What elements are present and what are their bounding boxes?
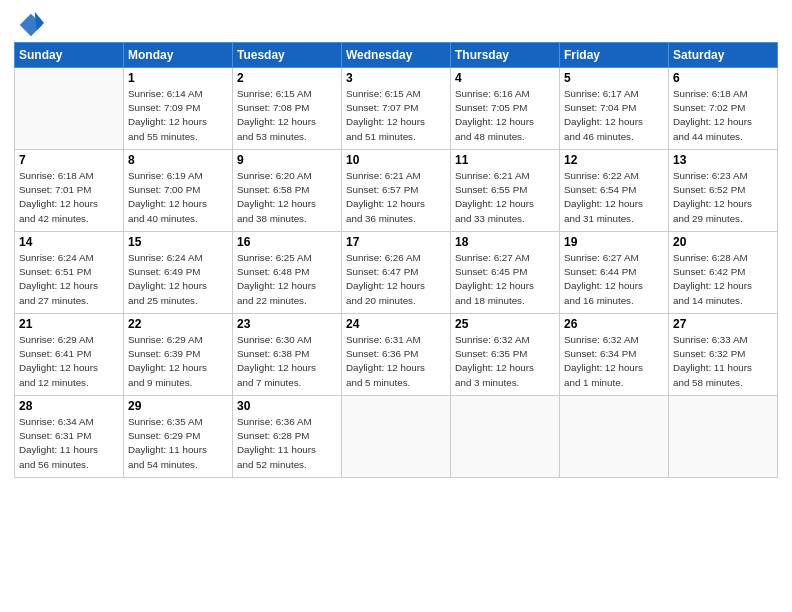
calendar-cell: 7Sunrise: 6:18 AMSunset: 7:01 PMDaylight… (15, 150, 124, 232)
logo (14, 10, 44, 34)
day-number: 25 (455, 317, 555, 331)
calendar-cell: 20Sunrise: 6:28 AMSunset: 6:42 PMDayligh… (669, 232, 778, 314)
day-info: Sunrise: 6:32 AMSunset: 6:35 PMDaylight:… (455, 333, 555, 390)
day-number: 1 (128, 71, 228, 85)
day-info: Sunrise: 6:23 AMSunset: 6:52 PMDaylight:… (673, 169, 773, 226)
day-info: Sunrise: 6:36 AMSunset: 6:28 PMDaylight:… (237, 415, 337, 472)
calendar-day-header: Monday (124, 43, 233, 68)
calendar-cell: 13Sunrise: 6:23 AMSunset: 6:52 PMDayligh… (669, 150, 778, 232)
calendar-cell: 25Sunrise: 6:32 AMSunset: 6:35 PMDayligh… (451, 314, 560, 396)
calendar-day-header: Friday (560, 43, 669, 68)
day-number: 29 (128, 399, 228, 413)
calendar-cell: 27Sunrise: 6:33 AMSunset: 6:32 PMDayligh… (669, 314, 778, 396)
day-number: 13 (673, 153, 773, 167)
day-info: Sunrise: 6:24 AMSunset: 6:51 PMDaylight:… (19, 251, 119, 308)
calendar-cell: 11Sunrise: 6:21 AMSunset: 6:55 PMDayligh… (451, 150, 560, 232)
calendar-day-header: Sunday (15, 43, 124, 68)
day-info: Sunrise: 6:21 AMSunset: 6:57 PMDaylight:… (346, 169, 446, 226)
day-info: Sunrise: 6:21 AMSunset: 6:55 PMDaylight:… (455, 169, 555, 226)
calendar-week-row: 21Sunrise: 6:29 AMSunset: 6:41 PMDayligh… (15, 314, 778, 396)
day-info: Sunrise: 6:29 AMSunset: 6:39 PMDaylight:… (128, 333, 228, 390)
day-info: Sunrise: 6:32 AMSunset: 6:34 PMDaylight:… (564, 333, 664, 390)
page-header (14, 10, 778, 34)
day-number: 23 (237, 317, 337, 331)
calendar-cell: 15Sunrise: 6:24 AMSunset: 6:49 PMDayligh… (124, 232, 233, 314)
calendar-cell: 19Sunrise: 6:27 AMSunset: 6:44 PMDayligh… (560, 232, 669, 314)
calendar-cell: 21Sunrise: 6:29 AMSunset: 6:41 PMDayligh… (15, 314, 124, 396)
calendar-week-row: 14Sunrise: 6:24 AMSunset: 6:51 PMDayligh… (15, 232, 778, 314)
calendar-cell: 24Sunrise: 6:31 AMSunset: 6:36 PMDayligh… (342, 314, 451, 396)
day-number: 21 (19, 317, 119, 331)
day-number: 11 (455, 153, 555, 167)
day-number: 16 (237, 235, 337, 249)
day-number: 19 (564, 235, 664, 249)
calendar-cell: 18Sunrise: 6:27 AMSunset: 6:45 PMDayligh… (451, 232, 560, 314)
calendar-cell (15, 68, 124, 150)
calendar-cell (451, 396, 560, 478)
day-number: 15 (128, 235, 228, 249)
calendar-cell: 29Sunrise: 6:35 AMSunset: 6:29 PMDayligh… (124, 396, 233, 478)
day-info: Sunrise: 6:17 AMSunset: 7:04 PMDaylight:… (564, 87, 664, 144)
calendar-cell: 22Sunrise: 6:29 AMSunset: 6:39 PMDayligh… (124, 314, 233, 396)
day-info: Sunrise: 6:14 AMSunset: 7:09 PMDaylight:… (128, 87, 228, 144)
day-info: Sunrise: 6:19 AMSunset: 7:00 PMDaylight:… (128, 169, 228, 226)
day-number: 30 (237, 399, 337, 413)
calendar-header-row: SundayMondayTuesdayWednesdayThursdayFrid… (15, 43, 778, 68)
day-number: 14 (19, 235, 119, 249)
day-info: Sunrise: 6:16 AMSunset: 7:05 PMDaylight:… (455, 87, 555, 144)
day-number: 8 (128, 153, 228, 167)
day-info: Sunrise: 6:33 AMSunset: 6:32 PMDaylight:… (673, 333, 773, 390)
calendar-cell: 6Sunrise: 6:18 AMSunset: 7:02 PMDaylight… (669, 68, 778, 150)
day-info: Sunrise: 6:22 AMSunset: 6:54 PMDaylight:… (564, 169, 664, 226)
calendar-cell: 14Sunrise: 6:24 AMSunset: 6:51 PMDayligh… (15, 232, 124, 314)
day-info: Sunrise: 6:20 AMSunset: 6:58 PMDaylight:… (237, 169, 337, 226)
calendar-table: SundayMondayTuesdayWednesdayThursdayFrid… (14, 42, 778, 478)
day-info: Sunrise: 6:15 AMSunset: 7:07 PMDaylight:… (346, 87, 446, 144)
day-number: 27 (673, 317, 773, 331)
day-number: 9 (237, 153, 337, 167)
day-info: Sunrise: 6:28 AMSunset: 6:42 PMDaylight:… (673, 251, 773, 308)
day-info: Sunrise: 6:34 AMSunset: 6:31 PMDaylight:… (19, 415, 119, 472)
day-info: Sunrise: 6:29 AMSunset: 6:41 PMDaylight:… (19, 333, 119, 390)
calendar-cell: 8Sunrise: 6:19 AMSunset: 7:00 PMDaylight… (124, 150, 233, 232)
calendar-cell: 12Sunrise: 6:22 AMSunset: 6:54 PMDayligh… (560, 150, 669, 232)
calendar-cell: 10Sunrise: 6:21 AMSunset: 6:57 PMDayligh… (342, 150, 451, 232)
calendar-cell: 3Sunrise: 6:15 AMSunset: 7:07 PMDaylight… (342, 68, 451, 150)
calendar-day-header: Thursday (451, 43, 560, 68)
calendar-week-row: 1Sunrise: 6:14 AMSunset: 7:09 PMDaylight… (15, 68, 778, 150)
day-info: Sunrise: 6:27 AMSunset: 6:45 PMDaylight:… (455, 251, 555, 308)
calendar-day-header: Saturday (669, 43, 778, 68)
day-number: 17 (346, 235, 446, 249)
calendar-week-row: 7Sunrise: 6:18 AMSunset: 7:01 PMDaylight… (15, 150, 778, 232)
day-info: Sunrise: 6:31 AMSunset: 6:36 PMDaylight:… (346, 333, 446, 390)
day-info: Sunrise: 6:30 AMSunset: 6:38 PMDaylight:… (237, 333, 337, 390)
day-number: 18 (455, 235, 555, 249)
calendar-week-row: 28Sunrise: 6:34 AMSunset: 6:31 PMDayligh… (15, 396, 778, 478)
day-number: 24 (346, 317, 446, 331)
day-number: 26 (564, 317, 664, 331)
day-info: Sunrise: 6:25 AMSunset: 6:48 PMDaylight:… (237, 251, 337, 308)
day-info: Sunrise: 6:18 AMSunset: 7:01 PMDaylight:… (19, 169, 119, 226)
day-number: 12 (564, 153, 664, 167)
day-number: 4 (455, 71, 555, 85)
day-info: Sunrise: 6:24 AMSunset: 6:49 PMDaylight:… (128, 251, 228, 308)
calendar-cell: 28Sunrise: 6:34 AMSunset: 6:31 PMDayligh… (15, 396, 124, 478)
calendar-cell: 5Sunrise: 6:17 AMSunset: 7:04 PMDaylight… (560, 68, 669, 150)
day-number: 28 (19, 399, 119, 413)
day-info: Sunrise: 6:15 AMSunset: 7:08 PMDaylight:… (237, 87, 337, 144)
calendar-cell: 2Sunrise: 6:15 AMSunset: 7:08 PMDaylight… (233, 68, 342, 150)
calendar-cell: 26Sunrise: 6:32 AMSunset: 6:34 PMDayligh… (560, 314, 669, 396)
calendar-day-header: Wednesday (342, 43, 451, 68)
logo-icon (16, 10, 44, 38)
day-number: 5 (564, 71, 664, 85)
calendar-cell: 23Sunrise: 6:30 AMSunset: 6:38 PMDayligh… (233, 314, 342, 396)
calendar-cell: 9Sunrise: 6:20 AMSunset: 6:58 PMDaylight… (233, 150, 342, 232)
day-number: 10 (346, 153, 446, 167)
calendar-cell (560, 396, 669, 478)
day-number: 20 (673, 235, 773, 249)
day-info: Sunrise: 6:27 AMSunset: 6:44 PMDaylight:… (564, 251, 664, 308)
day-number: 6 (673, 71, 773, 85)
calendar-cell (669, 396, 778, 478)
day-info: Sunrise: 6:26 AMSunset: 6:47 PMDaylight:… (346, 251, 446, 308)
day-info: Sunrise: 6:18 AMSunset: 7:02 PMDaylight:… (673, 87, 773, 144)
